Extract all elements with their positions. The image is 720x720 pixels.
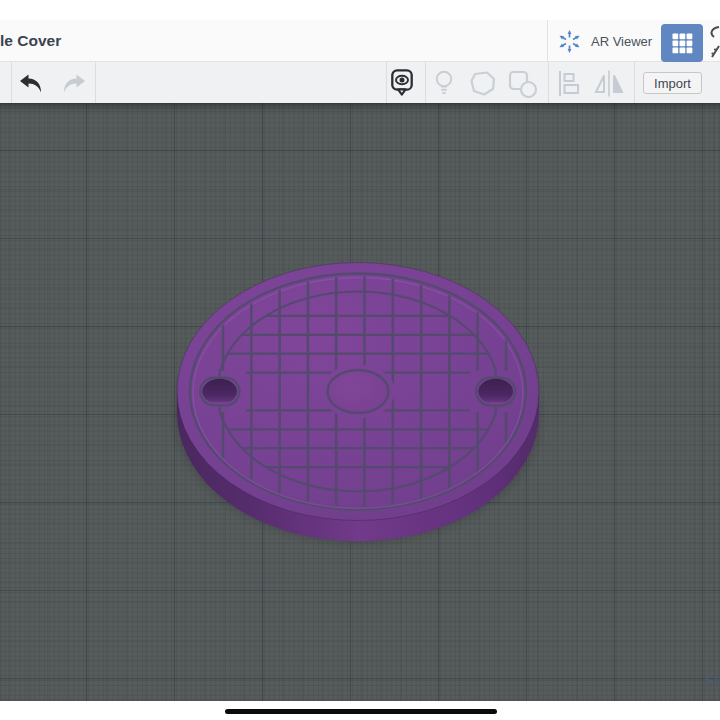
toolbar-divider [386, 62, 387, 103]
redo-icon[interactable] [61, 74, 86, 93]
header-divider [547, 20, 548, 62]
manhole-cover-model[interactable] [0, 103, 720, 701]
basic-shapes-icon[interactable] [508, 70, 538, 98]
center-boss [328, 370, 389, 413]
3d-viewport[interactable]: Sn [0, 103, 720, 701]
status-bar [0, 0, 720, 20]
bolt-hole-left [202, 379, 237, 404]
import-button[interactable]: Import [643, 72, 702, 94]
ar-viewer-button[interactable]: AR Viewer [556, 20, 652, 62]
grid-apps-icon [672, 33, 693, 54]
toolbar-divider [548, 62, 549, 103]
undo-icon[interactable] [19, 74, 44, 93]
mirror-icon[interactable] [593, 70, 625, 97]
toolbar: Import [0, 62, 720, 103]
toolbar-divider [11, 62, 12, 103]
document-title: le Cover [0, 20, 61, 62]
snap-grid-label[interactable]: Sn [704, 671, 720, 688]
bottom-bar [0, 701, 720, 720]
toolbar-divider [95, 62, 96, 103]
annotation-eye-icon[interactable] [391, 69, 413, 98]
import-label: Import [654, 76, 691, 91]
clipped-edge-icon[interactable] [706, 24, 720, 62]
ar-viewer-label: AR Viewer [591, 34, 652, 49]
bolt-hole-right [478, 379, 513, 404]
lightbulb-icon[interactable] [434, 70, 454, 97]
home-indicator[interactable] [225, 709, 497, 714]
shape-generators-icon[interactable] [469, 70, 497, 97]
tinkercad-app: le Cover AR Viewer [0, 0, 720, 720]
toolbar-divider [634, 62, 635, 103]
toolbar-divider [425, 62, 426, 103]
ar-cube-icon [556, 28, 583, 55]
align-icon[interactable] [557, 71, 583, 96]
apps-grid-button[interactable] [661, 24, 703, 62]
